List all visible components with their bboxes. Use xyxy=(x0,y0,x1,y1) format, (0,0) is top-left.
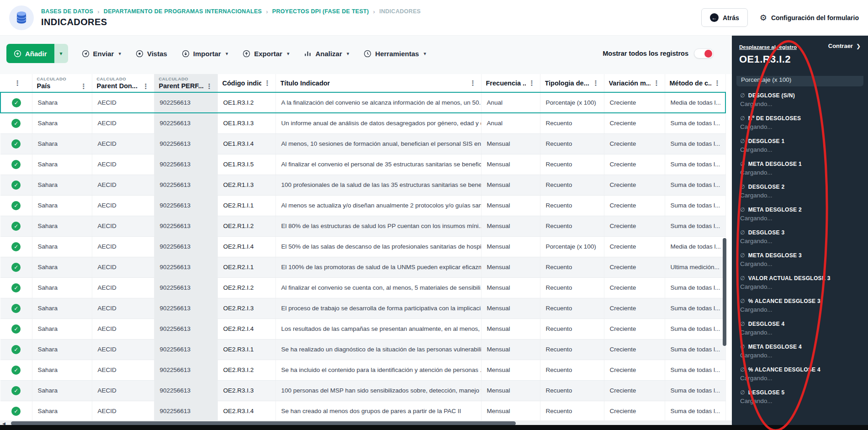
cell-titulo[interactable]: Al menos, 10 sesiones de formación anual… xyxy=(275,133,481,154)
cell-tipologia[interactable]: Porcentaje (x 100) xyxy=(540,92,604,113)
cell-variacion[interactable]: Creciente xyxy=(604,236,665,257)
cell-parent_don[interactable]: AECID xyxy=(92,401,154,421)
cell-parent_don[interactable]: AECID xyxy=(92,319,154,339)
cell-parent_perf[interactable]: 902256613 xyxy=(154,360,217,380)
cell-metodo[interactable]: Suma de todas l... xyxy=(665,175,725,195)
record-field[interactable]: ∅DESGLOSE 5Cargando... xyxy=(732,385,868,408)
cell-parent_don[interactable]: AECID xyxy=(92,195,154,216)
cell-parent_perf[interactable]: 902256613 xyxy=(154,339,217,360)
cell-parent_perf[interactable]: 902256613 xyxy=(154,175,217,195)
cell-codigo[interactable]: OE2.R3.I.1 xyxy=(217,339,275,360)
record-field[interactable]: ∅META DESGLOSE 1Cargando... xyxy=(732,157,868,180)
cell-titulo[interactable]: 100 profesionales de la salud de las las… xyxy=(275,175,481,195)
row-status-cell[interactable]: ✓ xyxy=(0,175,32,195)
cell-metodo[interactable]: Suma de todas l... xyxy=(665,360,725,380)
scroll-to-record-link[interactable]: Desplazarse al registro xyxy=(739,44,797,50)
table-row[interactable]: ✓SaharaAECID902256613OE1.R3.I.3Un inform… xyxy=(0,113,725,133)
cell-titulo[interactable]: El 50% de las salas de descanso de las p… xyxy=(275,236,481,257)
table-row[interactable]: ✓SaharaAECID902256613OE1.R3.I.4Al menos,… xyxy=(0,133,725,154)
cell-tipologia[interactable]: Recuento xyxy=(540,380,604,401)
row-status-cell[interactable]: ✓ xyxy=(0,113,32,133)
kebab-menu-icon[interactable]: ⋮ xyxy=(78,83,87,90)
database-icon[interactable] xyxy=(9,5,34,30)
table-row[interactable]: ✓SaharaAECID902256613OE2.R3.I.4Se han cr… xyxy=(0,401,725,421)
kebab-menu-icon[interactable]: ⋮ xyxy=(590,80,599,86)
table-row[interactable]: ✓SaharaAECID902256613OE2.R2.I.2Al finali… xyxy=(0,277,725,298)
cell-metodo[interactable]: Suma de todas l... xyxy=(665,113,725,133)
cell-parent_perf[interactable]: 902256613 xyxy=(154,257,217,277)
cell-frecuencia[interactable]: Mensual xyxy=(481,175,540,195)
cell-parent_perf[interactable]: 902256613 xyxy=(154,236,217,257)
cell-tipologia[interactable]: Recuento xyxy=(540,277,604,298)
kebab-menu-icon[interactable]: ⋮ xyxy=(203,83,213,90)
cell-variacion[interactable]: Creciente xyxy=(604,216,665,236)
cell-frecuencia[interactable]: Mensual xyxy=(481,257,540,277)
cell-frecuencia[interactable]: Mensual xyxy=(481,236,540,257)
cell-frecuencia[interactable]: Mensual xyxy=(481,401,540,421)
row-status-cell[interactable]: ✓ xyxy=(0,236,32,257)
record-field[interactable]: ∅DESGLOSE 3Cargando... xyxy=(732,225,868,248)
table-row[interactable]: ✓SaharaAECID902256613OE2.R3.I.3100 perso… xyxy=(0,380,725,401)
cell-parent_perf[interactable]: 902256613 xyxy=(154,92,217,113)
cell-metodo[interactable]: Suma de todas l... xyxy=(665,154,725,175)
cell-parent_don[interactable]: AECID xyxy=(92,133,154,154)
cell-parent_don[interactable]: AECID xyxy=(92,257,154,277)
record-field[interactable]: ∅DESGLOSE 1Cargando... xyxy=(732,134,868,157)
cell-codigo[interactable]: OE2.R2.I.3 xyxy=(217,298,275,319)
cell-pais[interactable]: Sahara xyxy=(32,195,92,216)
cell-variacion[interactable]: Creciente xyxy=(604,360,665,380)
column-header-frecuencia[interactable]: Frecuencia ...⋮ xyxy=(481,74,540,92)
cell-titulo[interactable]: El 100% de las promotoras de salud de la… xyxy=(275,257,481,277)
kebab-menu-icon[interactable]: ⋮ xyxy=(711,80,721,86)
cell-frecuencia[interactable]: Anual xyxy=(481,92,540,113)
cell-pais[interactable]: Sahara xyxy=(32,113,92,133)
record-field[interactable]: ∅META DESGLOSE 3Cargando... xyxy=(732,248,868,271)
cell-parent_perf[interactable]: 902256613 xyxy=(154,319,217,339)
row-status-cell[interactable]: ✓ xyxy=(0,92,32,113)
row-status-cell[interactable]: ✓ xyxy=(0,298,32,319)
cell-tipologia[interactable]: Recuento xyxy=(540,113,604,133)
cell-metodo[interactable]: Suma de todas l... xyxy=(665,319,725,339)
row-status-cell[interactable]: ✓ xyxy=(0,401,32,421)
cell-frecuencia[interactable]: Mensual xyxy=(481,277,540,298)
cell-tipologia[interactable]: Porcentaje (x 100) xyxy=(540,236,604,257)
cell-metodo[interactable]: Suma de todas l... xyxy=(665,339,725,360)
kebab-menu-icon[interactable]: ⋮ xyxy=(467,80,476,86)
column-header-tipologia[interactable]: Tipologia de...⋮ xyxy=(540,74,604,92)
cell-parent_perf[interactable]: 902256613 xyxy=(154,195,217,216)
cell-tipologia[interactable]: Recuento xyxy=(540,257,604,277)
show-all-records-toggle[interactable] xyxy=(694,48,714,58)
cell-parent_perf[interactable]: 902256613 xyxy=(154,133,217,154)
table-row[interactable]: ✓SaharaAECID902256613OE2.R2.I.3El proces… xyxy=(0,298,725,319)
cell-parent_don[interactable]: AECID xyxy=(92,339,154,360)
cell-pais[interactable]: Sahara xyxy=(32,380,92,401)
cell-titulo[interactable]: El proceso de trabajo se desarrolla de f… xyxy=(275,298,481,319)
send-button[interactable]: Enviar ▾ xyxy=(76,46,127,61)
cell-tipologia[interactable]: Recuento xyxy=(540,154,604,175)
table-row[interactable]: ✓SaharaAECID902256613OE2.R1.I.4El 50% de… xyxy=(0,236,725,257)
cell-parent_don[interactable]: AECID xyxy=(92,360,154,380)
column-header-pais[interactable]: CALCULADOPaís⋮ xyxy=(32,74,92,92)
cell-tipologia[interactable]: Recuento xyxy=(540,133,604,154)
column-header-metodo[interactable]: Método de c...⋮ xyxy=(665,74,725,92)
table-row[interactable]: ✓SaharaAECID902256613OE2.R1.I.3100 profe… xyxy=(0,175,725,195)
cell-codigo[interactable]: OE2.R2.I.2 xyxy=(217,277,275,298)
cell-titulo[interactable]: A la finalización del convenio se alcanz… xyxy=(275,92,481,113)
cell-variacion[interactable]: Creciente xyxy=(604,319,665,339)
table-row[interactable]: ✓SaharaAECID902256613OE2.R3.I.2Se ha inc… xyxy=(0,360,725,380)
cell-variacion[interactable]: Creciente xyxy=(604,175,665,195)
cell-titulo[interactable]: Un informe anual de análisis de datos de… xyxy=(275,113,481,133)
row-status-cell[interactable]: ✓ xyxy=(0,380,32,401)
cell-metodo[interactable]: Suma de todas l... xyxy=(665,277,725,298)
cell-frecuencia[interactable]: Anual xyxy=(481,113,540,133)
column-header-titulo[interactable]: Título Indicador⋮ xyxy=(275,74,481,92)
cell-tipologia[interactable]: Recuento xyxy=(540,216,604,236)
cell-parent_don[interactable]: AECID xyxy=(92,154,154,175)
cell-parent_perf[interactable]: 902256613 xyxy=(154,216,217,236)
cell-metodo[interactable]: Suma de todas l... xyxy=(665,133,725,154)
cell-codigo[interactable]: OE2.R1.I.2 xyxy=(217,216,275,236)
form-config-button[interactable]: ⚙ Configuración del formulario xyxy=(760,14,859,22)
cell-titulo[interactable]: Los resultados de las campañas se presen… xyxy=(275,319,481,339)
record-field[interactable]: ∅DESGLOSE (S/N)Cargando... xyxy=(732,88,868,111)
cell-parent_perf[interactable]: 902256613 xyxy=(154,298,217,319)
